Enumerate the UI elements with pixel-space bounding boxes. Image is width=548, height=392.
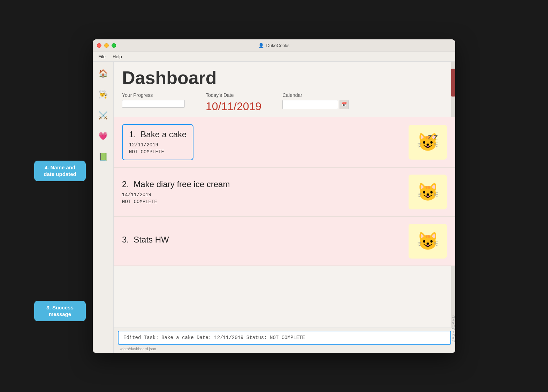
date-label: Today's Date [206, 92, 261, 98]
task-item: 2. Make diary free ice cream 14/11/2019 … [114, 168, 455, 217]
task-1-status: NOT COMPLETE [129, 149, 187, 155]
task-list: 1. Bake a cake 12/11/2019 NOT COMPLETE 😺… [114, 117, 455, 328]
task-3-title: 3. Stats HW [122, 235, 409, 245]
annotation-bubble-4: 4. Name and date updated [34, 161, 86, 181]
date-section: Today's Date 10/11/2019 [206, 92, 261, 113]
menu-file[interactable]: File [98, 54, 106, 59]
recipe-book-icon[interactable]: 📗 [97, 151, 109, 163]
progress-bar [122, 100, 185, 108]
task-1-image: 😺 z z [409, 125, 447, 160]
maximize-button[interactable] [112, 43, 116, 48]
calendar-input[interactable] [282, 100, 338, 109]
task-2-content: 2. Make diary free ice cream 14/11/2019 … [122, 179, 409, 205]
bottom-area: Edited Task: Bake a cake Date: 12/11/201… [114, 328, 455, 353]
progress-label: Your Progress [122, 92, 185, 98]
sidebar: 🏠 👨‍🍳 ⚔️ 💗 📗 [93, 62, 114, 353]
window-controls[interactable] [97, 43, 116, 48]
menubar: File Help [93, 52, 455, 62]
app-icon: 👤 [258, 43, 264, 48]
task-item: 3. Stats HW 😺 [114, 217, 455, 266]
minimize-button[interactable] [104, 43, 109, 48]
close-button[interactable] [97, 43, 101, 48]
calendar-label: Calendar [282, 92, 349, 98]
task-2-date: 14/11/2019 [122, 192, 409, 198]
window-title: 👤 DukeCooks [258, 43, 289, 48]
dumbbell-icon[interactable]: ⚔️ [97, 109, 109, 122]
calendar-button[interactable]: 📅 [340, 100, 349, 109]
calendar-section: Calendar 📅 [282, 92, 349, 109]
main-content: Dashboard Your Progress Today's Date 10/… [114, 62, 455, 353]
scrollbar-thumb[interactable] [451, 69, 455, 97]
page-title: Dashboard [122, 67, 447, 88]
date-value: 10/11/2019 [206, 100, 261, 113]
home-icon[interactable]: 🏠 [97, 67, 109, 80]
task-2-image: 😺 [409, 175, 447, 209]
progress-section: Your Progress [122, 92, 185, 108]
task-1-content: 1. Bake a cake 12/11/2019 NOT COMPLETE [122, 124, 409, 160]
success-message: Edited Task: Bake a cake Date: 12/11/201… [118, 331, 451, 345]
titlebar: 👤 DukeCooks [93, 39, 455, 52]
task-3-content: 3. Stats HW [122, 235, 409, 247]
task-2-status: NOT COMPLETE [122, 199, 409, 205]
filepath: ./data/dashboard.json [118, 346, 451, 352]
task-3-image: 😺 [409, 224, 447, 259]
heartrate-icon[interactable]: 💗 [97, 130, 109, 143]
task-1-title: 1. Bake a cake [129, 130, 187, 139]
menu-help[interactable]: Help [113, 54, 122, 59]
dashboard-header: Dashboard Your Progress Today's Date 10/… [114, 62, 455, 117]
chef-icon[interactable]: 👨‍🍳 [97, 88, 109, 101]
annotation-bubble-3: 3. Success message [34, 301, 86, 321]
task-1-date: 12/11/2019 [129, 142, 187, 148]
task-item: 1. Bake a cake 12/11/2019 NOT COMPLETE 😺… [114, 117, 455, 168]
task-2-title: 2. Make diary free ice cream [122, 179, 409, 189]
vertical-dashboard-label: Dashboard [451, 315, 455, 343]
